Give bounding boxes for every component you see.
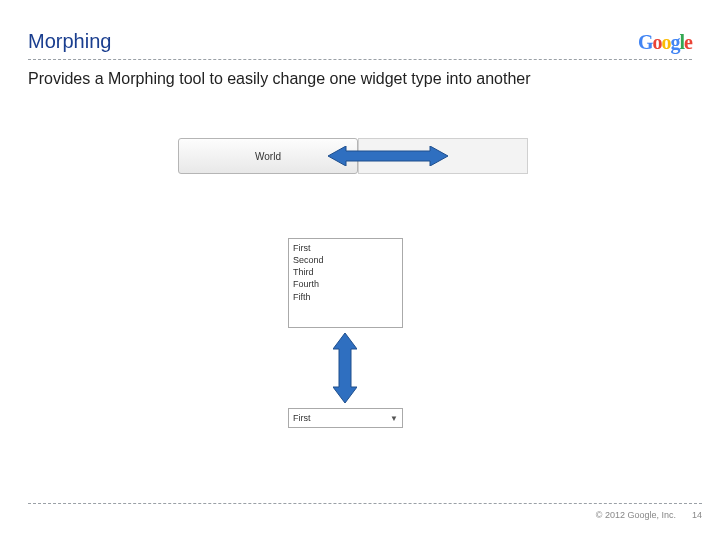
listbox-widget[interactable]: First Second Third Fourth Fifth — [288, 238, 403, 328]
google-logo: Google — [638, 31, 692, 53]
list-item[interactable]: Second — [293, 254, 398, 266]
page-number: 14 — [692, 510, 702, 520]
double-arrow-horizontal-icon — [328, 146, 448, 166]
double-arrow-vertical-icon — [333, 333, 357, 403]
header: Morphing Google — [28, 30, 692, 60]
subtitle: Provides a Morphing tool to easily chang… — [28, 70, 692, 88]
dropdown-selected: First — [293, 413, 311, 423]
list-item[interactable]: Fifth — [293, 291, 398, 303]
button-label: World — [255, 151, 281, 162]
dropdown-widget[interactable]: First ▼ — [288, 408, 403, 428]
footer: © 2012 Google, Inc. 14 — [28, 503, 702, 520]
svg-marker-1 — [333, 333, 357, 403]
page-title: Morphing — [28, 30, 111, 53]
list-item[interactable]: Fourth — [293, 278, 398, 290]
svg-marker-0 — [328, 146, 448, 166]
list-item[interactable]: Third — [293, 266, 398, 278]
list-item[interactable]: First — [293, 242, 398, 254]
content: World World First Second Third Fourth Fi… — [28, 128, 692, 458]
copyright: © 2012 Google, Inc. — [596, 510, 676, 520]
chevron-down-icon: ▼ — [390, 414, 398, 423]
